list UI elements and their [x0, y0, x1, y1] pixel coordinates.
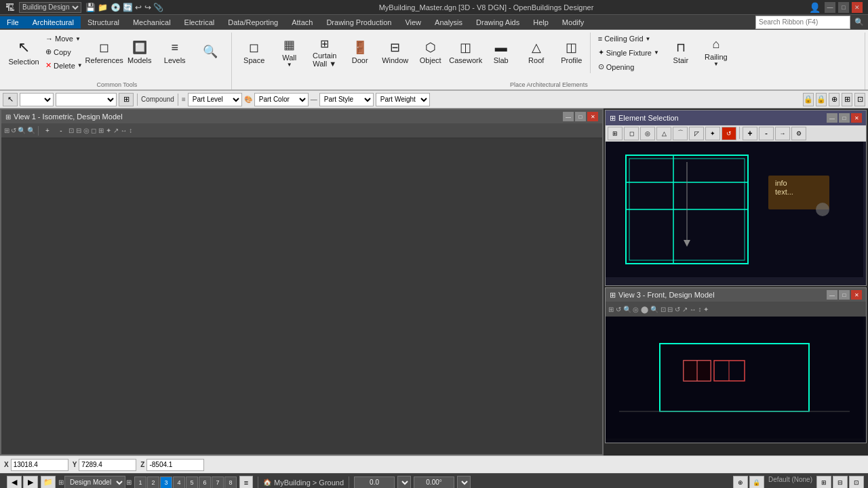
es-tool-2[interactable]: ◻ [624, 127, 639, 140]
menu-help[interactable]: Help [526, 16, 555, 28]
part-level-select[interactable]: Part Level [188, 93, 242, 106]
es-reset-btn[interactable]: ↺ [722, 127, 736, 140]
menu-view[interactable]: View [398, 16, 428, 28]
ribbon-levels-button[interactable]: ≡ Levels [158, 33, 192, 72]
menu-drawing-aids[interactable]: Drawing Aids [469, 16, 526, 28]
x-input[interactable] [11, 459, 68, 471]
elem-select-minimize[interactable]: — [827, 113, 837, 123]
level-6-btn[interactable]: 6 [199, 476, 211, 489]
ribbon-roof-button[interactable]: △ Roof [519, 33, 553, 72]
part-color-select[interactable]: Part Color [254, 93, 309, 106]
ortho-btn[interactable]: ⊡ [849, 476, 864, 489]
tool-select[interactable] [56, 93, 117, 106]
ribbon-move-button[interactable]: → Move ▼ [42, 33, 86, 45]
maximize-button[interactable]: □ [838, 2, 849, 13]
part-style-select[interactable]: Part Style [319, 93, 374, 106]
nav-back-btn[interactable]: ◀ [7, 476, 22, 489]
es-tool-4[interactable]: △ [656, 127, 671, 140]
vt1-zoom-in[interactable]: + [41, 125, 54, 137]
z-input[interactable] [146, 459, 204, 471]
level-7-btn[interactable]: 7 [212, 476, 224, 489]
active-model-select[interactable] [20, 93, 54, 106]
toolbar-snap-btn-2[interactable]: 🔒 [816, 93, 827, 106]
snap-btn[interactable]: ⊕ [733, 476, 748, 489]
viewport-1-close[interactable]: ✕ [587, 112, 598, 121]
menu-structural[interactable]: Structural [81, 16, 126, 28]
es-plus-btn[interactable]: + [743, 127, 757, 140]
ribbon-opening-button[interactable]: ⊙ Opening [595, 60, 663, 73]
view3-close[interactable]: ✕ [851, 290, 862, 300]
ribbon-single-fixture-button[interactable]: ✦ Single Fixture ▼ [595, 46, 663, 59]
menu-file[interactable]: File [0, 16, 26, 28]
ribbon-references-button[interactable]: ◻ References [87, 33, 121, 72]
ribbon-ceiling-grid-button[interactable]: ≡ Ceiling Grid ▼ [595, 33, 663, 45]
toolbar-snap-btn-1[interactable]: 🔒 [803, 93, 814, 106]
angle-input[interactable] [414, 476, 454, 489]
level-1-btn[interactable]: 1 [134, 476, 146, 489]
elem-select-close[interactable]: ✕ [851, 113, 862, 123]
toolbar-snap-btn-3[interactable]: ⊕ [829, 93, 840, 106]
es-tool-7[interactable]: ✦ [705, 127, 720, 140]
menu-architectural[interactable]: Architectural [26, 16, 81, 28]
es-tool-1[interactable]: ⊞ [608, 127, 623, 140]
app-dropdown[interactable]: Building Design [19, 2, 81, 13]
ribbon-space-button[interactable]: ◻ Space [237, 33, 271, 72]
es-tool-5[interactable]: ⌒ [673, 127, 688, 140]
level-2-btn[interactable]: 2 [147, 476, 159, 489]
viewport-1-minimize[interactable]: — [563, 112, 574, 121]
viewport-1-maximize[interactable]: □ [575, 112, 586, 121]
menu-modify[interactable]: Modify [555, 16, 591, 28]
toolbar-grid-btn[interactable]: ⊞ [119, 93, 134, 106]
elem-select-maximize[interactable]: □ [839, 113, 850, 123]
es-tool-3[interactable]: ◎ [640, 127, 655, 140]
ribbon-models-button[interactable]: 🔲 Models [123, 33, 157, 72]
ribbon-railing-button[interactable]: ⌂ Railing ▼ [699, 33, 733, 72]
grid-snap-btn[interactable]: ⊟ [833, 476, 848, 489]
part-weight-select[interactable]: Part Weight [376, 93, 430, 106]
view3-minimize[interactable]: — [827, 290, 837, 300]
minimize-button[interactable]: — [825, 2, 835, 13]
ribbon-door-button[interactable]: 🚪 Door [343, 33, 377, 72]
ribbon-delete-button[interactable]: ✕ Delete ▼ [42, 59, 86, 72]
ribbon-window-button[interactable]: ⊟ Window [378, 33, 412, 72]
menu-datareporting[interactable]: Data/Reporting [221, 16, 285, 28]
menu-analysis[interactable]: Analysis [428, 16, 469, 28]
grid-toggle-btn[interactable]: ⊞ [816, 476, 831, 489]
nav-forward-btn[interactable]: ▶ [23, 476, 38, 489]
level-3-btn[interactable]: 3 [160, 476, 172, 489]
es-tool-6[interactable]: ◸ [689, 127, 704, 140]
ribbon-object-button[interactable]: ⬡ Object [414, 33, 448, 72]
coord-value-input[interactable] [354, 476, 395, 489]
ribbon-casework-button[interactable]: ◫ Casework [449, 33, 483, 72]
y-input[interactable] [79, 459, 136, 471]
menu-mechanical[interactable]: Mechanical [126, 16, 178, 28]
vt1-zoom-out[interactable]: - [55, 125, 67, 137]
angle-unit-select[interactable] [457, 476, 471, 489]
ribbon-stair-button[interactable]: ⊓ Stair [664, 33, 698, 72]
ribbon-search-input[interactable] [755, 16, 850, 29]
toolbar-snap-btn-5[interactable]: ⊡ [854, 93, 865, 106]
ribbon-wall-button[interactable]: ▦ Wall ▼ [273, 33, 307, 72]
layer-filter-btn[interactable]: ≡ [239, 476, 253, 489]
level-4-btn[interactable]: 4 [173, 476, 185, 489]
ribbon-selection-button[interactable]: ↖ Selection [7, 33, 41, 72]
ribbon-search-button[interactable]: 🔍 [193, 33, 227, 72]
level-5-btn[interactable]: 5 [186, 476, 198, 489]
menu-drawing-production[interactable]: Drawing Production [319, 16, 398, 28]
active-model-select[interactable]: Design Model [64, 476, 125, 489]
element-selection-canvas[interactable]: info text... [606, 142, 866, 285]
es-settings-btn[interactable]: ⚙ [791, 127, 806, 140]
coord-unit-select[interactable] [397, 476, 411, 489]
menu-electrical[interactable]: Electrical [178, 16, 222, 28]
ribbon-slab-button[interactable]: ▬ Slab [484, 33, 518, 72]
lock-btn[interactable]: 🔒 [749, 476, 764, 489]
toolbar-cursor-btn[interactable]: ↖ [3, 93, 18, 106]
close-button[interactable]: ✕ [852, 2, 863, 13]
ribbon-profile-button[interactable]: ◫ Profile [555, 33, 589, 72]
view3-canvas[interactable] [606, 317, 866, 443]
es-minus-btn[interactable]: - [759, 127, 774, 140]
ribbon-copy-button[interactable]: ⊕ Copy [42, 45, 86, 58]
es-select-btn[interactable]: → [775, 127, 790, 140]
level-8-btn[interactable]: 8 [224, 476, 237, 489]
menu-attach[interactable]: Attach [285, 16, 319, 28]
